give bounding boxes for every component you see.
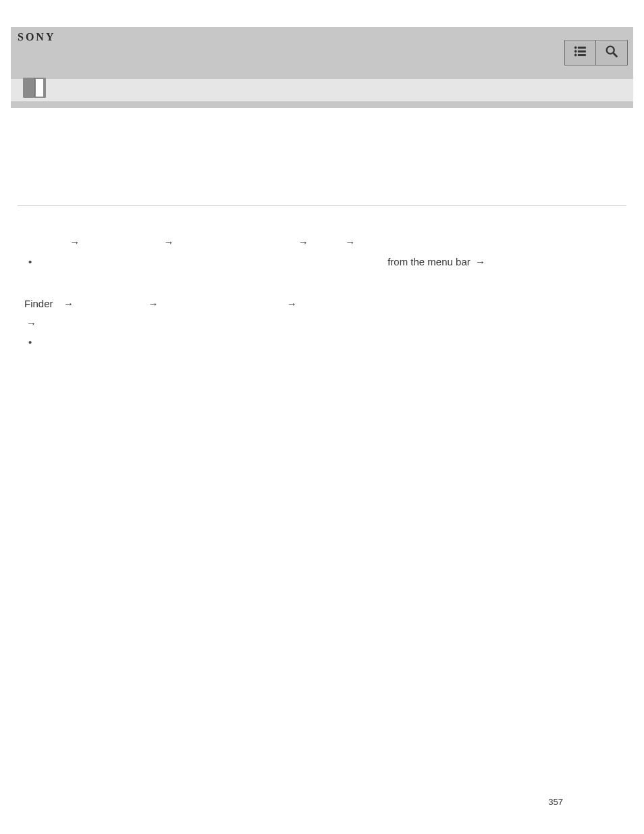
arrow-icon: → xyxy=(162,233,176,253)
brand-logo: SONY xyxy=(18,31,55,43)
note-line-1: from the menu bar → xyxy=(18,253,626,272)
svg-point-4 xyxy=(574,54,576,56)
list-icon xyxy=(573,44,588,61)
svg-point-0 xyxy=(574,47,576,49)
svg-point-2 xyxy=(574,51,576,53)
arrow-icon: → xyxy=(343,233,357,253)
arrow-icon: → xyxy=(24,314,38,334)
path-line-1: → → → → xyxy=(18,233,626,253)
path-line-2-cont: → xyxy=(18,314,626,334)
finder-label: Finder xyxy=(24,298,53,309)
svg-rect-1 xyxy=(578,47,585,49)
header-buttons xyxy=(564,40,628,66)
svg-rect-5 xyxy=(578,55,585,56)
svg-point-6 xyxy=(607,47,614,54)
thin-divider-bar xyxy=(11,101,633,108)
search-icon xyxy=(604,44,619,61)
header-bar: SONY xyxy=(11,27,633,79)
arrow-icon: → xyxy=(61,294,76,314)
arrow-icon: → xyxy=(285,294,299,314)
sub-header-bar xyxy=(11,79,633,101)
svg-line-7 xyxy=(614,53,618,57)
note-text: from the menu bar xyxy=(387,256,471,267)
note-line-2 xyxy=(18,333,626,353)
page-icon xyxy=(16,74,53,104)
main-content: → → → → from the menu bar → Finder → → → xyxy=(11,108,633,353)
svg-rect-8 xyxy=(34,78,35,98)
svg-rect-3 xyxy=(578,51,585,52)
path-line-2: Finder → → → xyxy=(18,294,626,314)
arrow-icon: → xyxy=(473,253,487,272)
page-number: 357 xyxy=(548,797,563,807)
menu-button[interactable] xyxy=(564,40,596,66)
horizontal-rule xyxy=(18,205,626,206)
arrow-icon: → xyxy=(296,233,311,253)
arrow-icon: → xyxy=(68,233,82,253)
arrow-icon: → xyxy=(146,294,160,314)
search-button[interactable] xyxy=(596,40,628,66)
